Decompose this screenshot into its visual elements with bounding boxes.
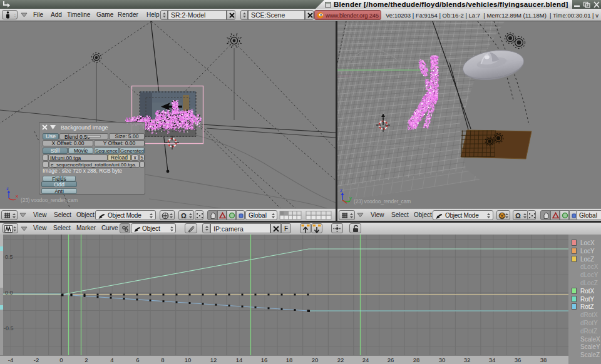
svg-text:(23) voodoo_render_cam: (23) voodoo_render_cam [354, 198, 411, 205]
svg-text:z: z [6, 186, 9, 191]
svg-text:(23) voodoo_render_cam: (23) voodoo_render_cam [21, 197, 78, 203]
svg-text:0.0: 0.0 [5, 290, 13, 296]
svg-text:-0.5: -0.5 [4, 325, 14, 331]
svg-text:z: z [340, 188, 342, 193]
svg-text:y: y [349, 195, 352, 201]
svg-text:0.5: 0.5 [5, 254, 13, 260]
svg-text:x: x [16, 193, 18, 199]
